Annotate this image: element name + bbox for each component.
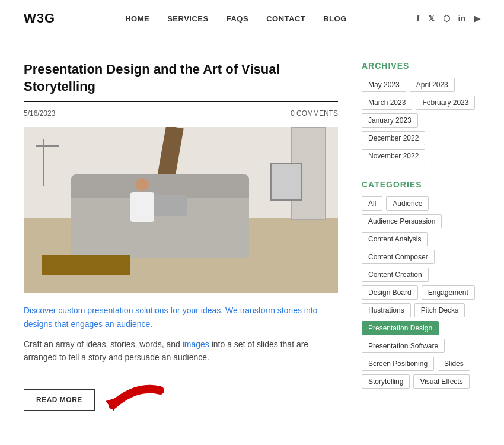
post-date: 5/16/2023 (24, 109, 55, 117)
category-tag[interactable]: Visual Effects (413, 374, 469, 389)
instagram-icon[interactable]: ⬡ (443, 14, 450, 23)
read-more-button[interactable]: READ MORE (24, 389, 95, 411)
category-tag[interactable]: Design Board (362, 285, 418, 300)
facebook-icon[interactable]: f (417, 14, 420, 23)
category-tag[interactable]: Content Composer (362, 250, 435, 264)
category-tag[interactable]: Presentation Design (362, 321, 439, 335)
post-excerpt: Discover custom presentation solutions f… (24, 304, 338, 330)
post-body: Craft an array of ideas, stories, words,… (24, 338, 338, 364)
category-tags: AllAudienceAudience PersuasionContent An… (362, 196, 480, 389)
sidebar: ARCHIVES May 2023April 2023March 2023Feb… (362, 61, 480, 422)
category-tag[interactable]: Storytelling (362, 374, 410, 389)
category-tag[interactable]: Content Creation (362, 268, 429, 282)
archive-tag[interactable]: February 2023 (416, 96, 475, 110)
nav-item-blog[interactable]: BLOG (323, 14, 347, 23)
post-image (24, 127, 338, 293)
archive-grid: May 2023April 2023March 2023February 202… (362, 78, 480, 163)
archive-tag[interactable]: November 2022 (362, 149, 425, 163)
nav-item-home[interactable]: HOME (125, 14, 149, 23)
category-tag[interactable]: Illustrations (362, 303, 411, 317)
social-icons-bar: f𝕏⬡in▶ (417, 14, 480, 23)
post-comments: 0 COMMENTS (291, 109, 338, 117)
category-tag[interactable]: Screen Positioning (362, 357, 434, 371)
linkedin-icon[interactable]: in (458, 14, 465, 23)
archive-tag[interactable]: December 2022 (362, 131, 425, 145)
category-tag[interactable]: Presentation Software (362, 339, 445, 353)
youtube-icon[interactable]: ▶ (474, 14, 480, 23)
category-tag[interactable]: All (362, 196, 382, 211)
archive-tag[interactable]: April 2023 (410, 78, 455, 92)
archives-section: ARCHIVES May 2023April 2023March 2023Feb… (362, 61, 480, 163)
category-tag[interactable]: Content Analysis (362, 232, 428, 246)
category-tag[interactable]: Audience (386, 196, 429, 211)
categories-section: CATEGORIES AllAudienceAudience Persuasio… (362, 180, 480, 389)
nav-item-faqs[interactable]: FAQS (227, 14, 248, 23)
archive-tag[interactable]: January 2023 (362, 113, 418, 128)
post-meta: 5/16/2023 0 COMMENTS (24, 109, 338, 117)
archive-tag[interactable]: May 2023 (362, 78, 406, 92)
page-wrapper: Presentation Design and the Art of Visua… (0, 37, 504, 445)
nav-item-contact[interactable]: CONTACT (266, 14, 305, 23)
btn-arrow-row: READ MORE (24, 379, 338, 422)
main-content: Presentation Design and the Art of Visua… (24, 61, 338, 422)
category-tag[interactable]: Audience Persuasion (362, 214, 442, 228)
twitter-icon[interactable]: 𝕏 (428, 14, 435, 23)
post-title-divider (24, 101, 338, 102)
category-tag[interactable]: Pitch Decks (414, 303, 465, 317)
category-tag[interactable]: Engagement (422, 285, 475, 300)
post-title: Presentation Design and the Art of Visua… (24, 61, 338, 95)
arrow-icon (101, 379, 166, 422)
site-header: W3G HOMESERVICESFAQSCONTACTBLOG f𝕏⬡in▶ (0, 0, 504, 37)
archive-tag[interactable]: March 2023 (362, 96, 412, 110)
nav-item-services[interactable]: SERVICES (167, 14, 209, 23)
categories-heading: CATEGORIES (362, 180, 480, 189)
category-tag[interactable]: Slides (438, 357, 470, 371)
main-nav: HOMESERVICESFAQSCONTACTBLOG (125, 14, 347, 23)
archives-heading: ARCHIVES (362, 61, 480, 71)
site-logo[interactable]: W3G (24, 11, 55, 26)
